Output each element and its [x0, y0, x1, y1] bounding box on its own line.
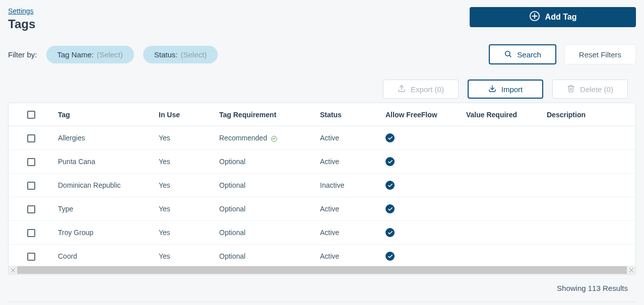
cell-freeflow — [381, 150, 462, 174]
cell-requirement: Optional — [215, 150, 316, 174]
check-circle-icon — [385, 181, 395, 190]
search-button[interactable]: Search — [489, 44, 556, 64]
table-row[interactable]: Dominican RepublicYesOptionalInactive — [9, 174, 635, 197]
cell-value-required — [462, 221, 543, 245]
col-header-description[interactable]: Description — [543, 103, 635, 126]
cell-freeflow — [381, 197, 462, 221]
cell-description — [543, 126, 635, 150]
add-tag-button[interactable]: Add Tag — [470, 7, 636, 27]
filter-pill-tag-name[interactable]: Tag Name: (Select) — [46, 46, 134, 63]
col-header-value-required[interactable]: Value Required — [462, 103, 543, 126]
import-label: Import — [501, 85, 523, 94]
check-circle-icon — [385, 228, 395, 237]
results-footer: Showing 113 Results — [8, 275, 636, 302]
table-scroll-area[interactable]: AllergiesYesRecommended ActivePunta Cana… — [9, 126, 635, 266]
cell-value-required — [462, 245, 543, 266]
table-row[interactable]: AllergiesYesRecommended Active — [9, 126, 635, 150]
results-suffix: Results — [601, 284, 628, 292]
table-header-row: Tag In Use Tag Requirement Status Allow … — [9, 103, 635, 126]
check-circle-icon — [385, 204, 395, 213]
export-icon — [398, 85, 406, 94]
cell-tag: Punta Cana — [54, 150, 155, 174]
export-label: Export (0) — [411, 85, 444, 94]
search-icon — [504, 50, 512, 59]
trash-icon — [567, 85, 575, 94]
cell-status: Active — [316, 221, 381, 245]
row-checkbox[interactable] — [27, 205, 35, 213]
cell-tag: Troy Group — [54, 221, 155, 245]
filter-pill-value: (Select) — [97, 50, 123, 59]
filter-pill-key: Tag Name: — [57, 50, 94, 59]
cell-requirement: Optional — [215, 174, 316, 197]
col-header-status[interactable]: Status — [316, 103, 381, 126]
row-checkbox[interactable] — [27, 158, 35, 166]
row-checkbox[interactable] — [27, 253, 35, 261]
cell-in-use: Yes — [155, 126, 215, 150]
delete-button[interactable]: Delete (0) — [552, 80, 628, 99]
tags-table: Tag In Use Tag Requirement Status Allow … — [8, 103, 636, 275]
cell-status: Active — [316, 126, 381, 150]
filter-pill-key: Status: — [154, 50, 178, 59]
cell-status: Active — [316, 150, 381, 174]
cell-in-use: Yes — [155, 197, 215, 221]
cell-tag: Type — [54, 197, 155, 221]
cell-freeflow — [381, 174, 462, 197]
cell-freeflow — [381, 221, 462, 245]
cell-tag: Allergies — [54, 126, 155, 150]
col-header-freeflow[interactable]: Allow FreeFlow — [381, 103, 462, 126]
page-title: Tags — [8, 17, 35, 31]
scrollbar-thumb[interactable] — [17, 266, 627, 274]
cell-status: Inactive — [316, 174, 381, 197]
row-checkbox[interactable] — [27, 182, 35, 190]
breadcrumb-settings-link[interactable]: Settings — [8, 7, 34, 15]
import-button[interactable]: Import — [468, 80, 543, 99]
search-label: Search — [517, 50, 541, 59]
cell-value-required — [462, 126, 543, 150]
cell-in-use: Yes — [155, 221, 215, 245]
recommended-check-icon — [271, 136, 277, 142]
table-row[interactable]: TypeYesOptionalActive — [9, 197, 635, 221]
horizontal-scrollbar[interactable] — [9, 266, 635, 274]
cell-value-required — [462, 174, 543, 197]
filter-pill-value: (Select) — [180, 50, 207, 59]
cell-description — [543, 245, 635, 266]
cell-in-use: Yes — [155, 174, 215, 197]
cell-status: Active — [316, 197, 381, 221]
import-icon — [488, 85, 496, 94]
table-row[interactable]: Troy GroupYesOptionalActive — [9, 221, 635, 245]
reset-filters-button[interactable]: Reset Filters — [564, 44, 636, 64]
cell-freeflow — [381, 126, 462, 150]
cell-description — [543, 197, 635, 221]
add-tag-label: Add Tag — [545, 13, 577, 22]
cell-status: Active — [316, 245, 381, 266]
reset-filters-label: Reset Filters — [579, 50, 621, 59]
cell-requirement: Optional — [215, 245, 316, 266]
delete-label: Delete (0) — [580, 85, 613, 94]
row-checkbox[interactable] — [27, 134, 35, 142]
cell-in-use: Yes — [155, 150, 215, 174]
check-circle-icon — [385, 133, 395, 142]
results-prefix: Showing — [557, 284, 588, 292]
table-row[interactable]: Punta CanaYesOptionalActive — [9, 150, 635, 174]
row-checkbox[interactable] — [27, 229, 35, 237]
table-row[interactable]: CoordYesOptionalActive — [9, 245, 635, 266]
cell-freeflow — [381, 245, 462, 266]
select-all-checkbox[interactable] — [27, 111, 35, 119]
cell-value-required — [462, 197, 543, 221]
cell-tag: Coord — [54, 245, 155, 266]
col-header-in-use[interactable]: In Use — [155, 103, 215, 126]
filter-by-label: Filter by: — [8, 50, 37, 59]
cell-description — [543, 221, 635, 245]
cell-description — [543, 150, 635, 174]
cell-description — [543, 174, 635, 197]
cell-in-use: Yes — [155, 245, 215, 266]
results-count: 113 — [588, 284, 601, 292]
col-header-tag[interactable]: Tag — [54, 103, 155, 126]
filter-pill-status[interactable]: Status: (Select) — [143, 46, 218, 63]
cell-tag: Dominican Republic — [54, 174, 155, 197]
cell-requirement: Recommended — [215, 126, 316, 150]
check-circle-icon — [385, 157, 395, 166]
cell-requirement: Optional — [215, 197, 316, 221]
export-button[interactable]: Export (0) — [383, 80, 459, 99]
col-header-requirement[interactable]: Tag Requirement — [215, 103, 316, 126]
